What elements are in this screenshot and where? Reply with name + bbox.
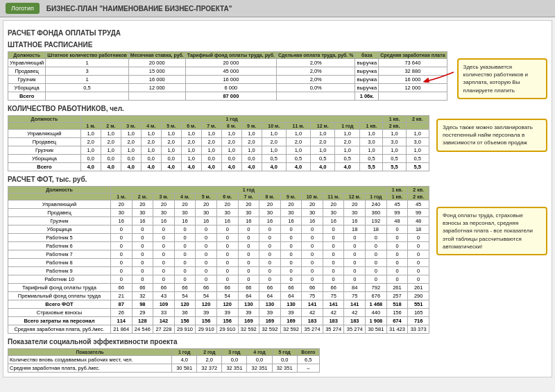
fot-col-dolzhnost: Должность — [8, 187, 111, 194]
fot-m1: 1 м. — [110, 194, 132, 201]
fot-col-year1: 1 год — [110, 187, 386, 194]
hc-m11: 11 м. — [286, 123, 310, 130]
table-row: Управляющий120 00020 0002,0%выручка73 64… — [8, 59, 447, 67]
table-row: Работник 5000000000000000 — [8, 234, 429, 242]
fot-m7: 7 м. — [238, 194, 259, 201]
fot-m9: 9 м. — [280, 194, 302, 201]
col-sht-kol: Штатное количество работников — [46, 52, 129, 59]
hc-m1: 1 м. — [80, 123, 101, 130]
fot-col-2kv: 2 кв. — [408, 187, 429, 194]
fot-m4: 4 м. — [174, 194, 196, 201]
hc-m3: 3 м. — [121, 123, 141, 130]
hc-m2: 2 м. — [101, 123, 121, 130]
prem-fot-row: Премиальный фонд оплаты труда21324354545… — [8, 292, 429, 300]
ind-col-y3: 3 год — [222, 349, 247, 356]
fot-m8: 8 м. — [259, 194, 281, 201]
top-bar: Логотип БИЗНЕС-ПЛАН "НАИМЕНОВАНИЕ БИЗНЕС… — [0, 0, 555, 17]
table-row: Работник 10000000000000000 — [8, 275, 429, 284]
total-staff-row: Всего затраты на персонал114128142156156… — [8, 317, 429, 325]
table-row: Количество вновь создаваемых рабочих мес… — [8, 356, 320, 364]
annotation-headcount: Здесь также можно запланировать постепен… — [443, 124, 533, 146]
tarf-fot-row: Тарифный фонд оплаты труда66666666666666… — [8, 284, 429, 292]
fot-year1: 1 год — [366, 194, 387, 201]
logo-button[interactable]: Логотип — [6, 3, 40, 14]
hc-col-dolzhnost: Должность — [8, 116, 81, 123]
fot-q1: 1 кв. — [386, 194, 408, 201]
table-row: Уборщица000000000001818018 — [8, 225, 429, 234]
staffing-title: ШТАТНОЕ РАСПИСАНИЕ — [8, 41, 547, 49]
annotation-fot: Фонд оплаты труда, страховые взносы за п… — [443, 212, 533, 250]
hc-m8: 8 м. — [221, 123, 241, 130]
col-mes-stavka: Месячная ставка, руб. — [128, 52, 185, 59]
indicators-section: Показатели социальной эффективности прое… — [8, 338, 547, 373]
staffing-table: Должность Штатное количество работников … — [8, 51, 447, 101]
arrow-staffing — [422, 62, 457, 83]
avg-salary-row: Средняя заработная плата, руб./мес.21 86… — [8, 325, 429, 334]
headcount-title: КОЛИЧЕСТВО РАБОТНИКОВ, чел. — [8, 105, 547, 112]
hc-m10: 10 м. — [262, 123, 286, 130]
hc-sub-dolzhnost — [8, 123, 81, 130]
fot-m12: 12 м. — [344, 194, 366, 201]
table-row: Грузчик1,01,01,01,01,01,01,01,01,01,01,0… — [8, 146, 429, 155]
table-row: Управляющий1,01,01,01,01,01,01,01,01,01,… — [8, 130, 429, 138]
hc-col-year1: 1 год — [80, 116, 383, 123]
hc-q2: 2 кв. — [383, 123, 406, 130]
ind-col-total: Всего — [297, 349, 319, 356]
table-row: Продавец315 00045 0002,0%выручка32 880 — [8, 67, 447, 76]
fot-section: РАСЧЕТ ФОТ, тыс. руб. Должность 1 год 1 … — [8, 176, 547, 334]
fot-m3: 3 м. — [153, 194, 175, 201]
table-row: Работник 9000000000000000 — [8, 267, 429, 275]
main-content: РАСЧЕТ ФОНДА ОПЛАТЫ ТРУДА ШТАТНОЕ РАСПИС… — [3, 20, 552, 377]
hc-m9: 9 м. — [241, 123, 262, 130]
hc-m7: 7 м. — [201, 123, 221, 130]
table-row: Продавец2,02,02,02,02,02,02,02,02,02,02,… — [8, 138, 429, 146]
indicators-title: Показатели социальной эффективности прое… — [8, 338, 547, 346]
annotation-staffing: Здесь указывается количество работников … — [463, 64, 528, 94]
table-row: Работник 7000000000000000 — [8, 250, 429, 259]
fot-col-1kv: 1 кв. — [386, 187, 408, 194]
table-row: Средняя заработная плата, руб./мес. 30 5… — [8, 364, 320, 373]
fot-table: Должность 1 год 1 кв. 2 кв. 1 м. 2 м. 3 … — [8, 186, 429, 334]
col-sdel-baza: база — [355, 52, 379, 59]
fot-m6: 6 м. — [216, 194, 238, 201]
col-sdel-pct: Сдельная оплата труда, руб. % — [277, 52, 355, 59]
fot-sub-dolzhnost — [8, 194, 111, 201]
hc-m6: 6 м. — [181, 123, 201, 130]
hc-m4: 4 м. — [141, 123, 161, 130]
table-row: Грузчик116 00016 0002,0%выручка16 000 — [8, 76, 447, 84]
headcount-section: КОЛИЧЕСТВО РАБОТНИКОВ, чел. Должность 1 … — [8, 105, 547, 171]
table-row: Работник 8000000000000000 — [8, 259, 429, 267]
fot-m2: 2 м. — [132, 194, 153, 201]
table-row: Работник 6000000000000000 — [8, 242, 429, 250]
staffing-section: ШТАТНОЕ РАСПИСАНИЕ Должность Штатное кол… — [8, 41, 547, 101]
hc-col-1kv: 1 кв. — [383, 116, 406, 123]
fot-m11: 11 м. — [323, 194, 344, 201]
total-row: Всего87 0001 06к. — [8, 92, 447, 101]
ind-col-y1: 1 год — [172, 349, 197, 356]
indicators-table: Показатель 1 год 2 год 3 год 4 год 5 год… — [8, 348, 320, 373]
hc-m5: 5 м. — [161, 123, 181, 130]
hc-q1: 1 кв. — [360, 123, 383, 130]
page-title: РАСЧЕТ ФОНДА ОПЛАТЫ ТРУДА — [8, 29, 547, 37]
ind-col-show: Показатель — [8, 349, 172, 356]
col-dolzhnost: Должность — [8, 52, 46, 59]
col-tarf: Тарифный фонд оплаты труда, руб. — [185, 52, 276, 59]
hc-col-2kv: 2 кв. — [406, 116, 429, 123]
fot-m5: 5 м. — [196, 194, 217, 201]
fot-title: РАСЧЕТ ФОТ, тыс. руб. — [8, 176, 547, 183]
insurance-row: Страховые взносы262933363939393939424242… — [8, 309, 429, 317]
table-row: Грузчик1616161616161616161616161924848 — [8, 217, 429, 225]
hc-year1: 1 год — [335, 123, 360, 130]
total-row: Всего4,04,04,04,04,04,04,04,04,04,04,04,… — [8, 163, 429, 171]
table-row: Управляющий20202020202020202020202024045… — [8, 201, 429, 209]
total-fot-row: Всего ФОТ8798109120120120130130130141141… — [8, 300, 429, 309]
table-row: Уборщица0,512 0006 0000,0%выручка12 000 — [8, 84, 447, 92]
ind-col-y5: 5 год — [272, 349, 297, 356]
top-title: БИЗНЕС-ПЛАН "НАИМЕНОВАНИЕ БИЗНЕС-ПРОЕКТА… — [46, 5, 232, 12]
ind-col-y4: 4 год — [247, 349, 272, 356]
col-avg-zp: Средняя заработная плата — [379, 52, 447, 59]
table-row: Уборщица0,00,00,00,00,01,00,00,00,00,50,… — [8, 155, 429, 163]
hc-q2b — [406, 123, 429, 130]
ind-col-y2: 2 год — [197, 349, 222, 356]
fot-q2: 2 кв. — [408, 194, 429, 201]
